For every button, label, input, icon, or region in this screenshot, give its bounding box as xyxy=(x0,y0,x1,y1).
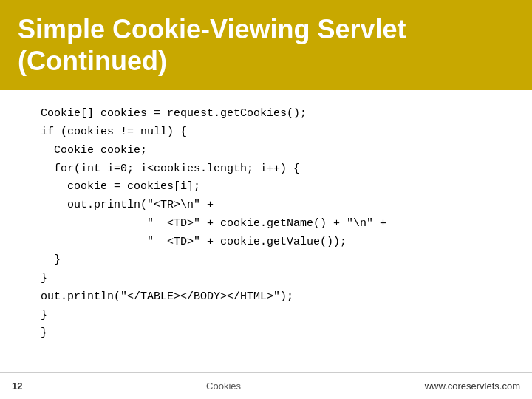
code-line-7: " <TD>" + cookie.getName() + "\n" + xyxy=(41,217,386,230)
code-line-9: } xyxy=(41,253,61,266)
slide-footer: 12 Cookies www.coreservlets.com xyxy=(0,372,532,399)
code-line-1: Cookie[] cookies = request.getCookies(); xyxy=(41,107,307,120)
code-line-8: " <TD>" + cookie.getValue()); xyxy=(41,236,347,248)
page-number: 12 xyxy=(12,381,22,392)
code-line-13: } xyxy=(41,327,47,339)
slide-content: Cookie[] cookies = request.getCookies();… xyxy=(0,90,532,350)
slide-title: Simple Cookie-Viewing Servlet (Continued… xyxy=(18,13,406,77)
slide-header: Simple Cookie-Viewing Servlet (Continued… xyxy=(0,0,532,90)
code-line-12: } xyxy=(41,309,47,321)
footer-url: www.coreservlets.com xyxy=(425,381,520,392)
code-block: Cookie[] cookies = request.getCookies();… xyxy=(41,105,510,343)
title-line1: Simple Cookie-Viewing Servlet xyxy=(18,14,406,44)
code-line-3: Cookie cookie; xyxy=(41,144,147,157)
code-line-11: out.println("</TABLE></BODY></HTML>"); xyxy=(41,290,293,303)
code-line-4: for(int i=0; i<cookies.length; i++) { xyxy=(41,163,300,175)
title-line2: (Continued) xyxy=(18,46,167,76)
code-line-6: out.println("<TR>\n" + xyxy=(41,199,214,211)
code-line-5: cookie = cookies[i]; xyxy=(41,180,200,193)
code-line-10: } xyxy=(41,272,47,284)
code-line-2: if (cookies != null) { xyxy=(41,126,187,138)
footer-label: Cookies xyxy=(206,381,241,392)
